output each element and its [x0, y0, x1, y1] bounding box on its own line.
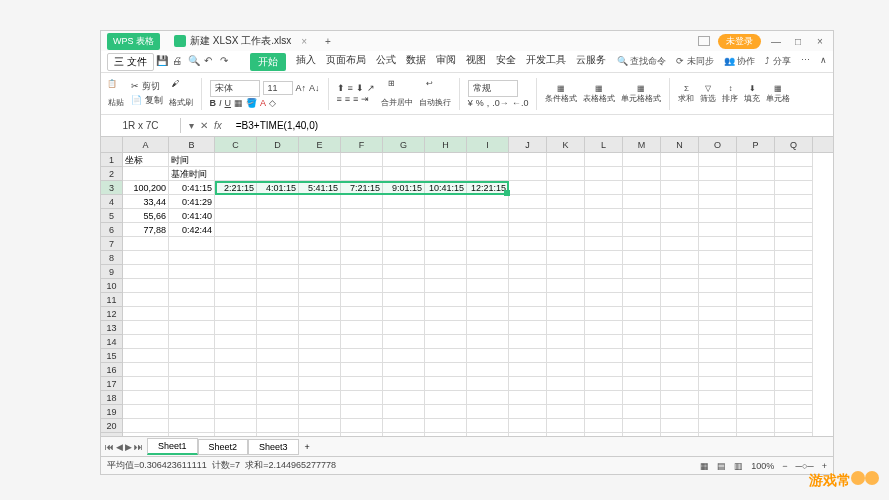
cell-E16[interactable] — [299, 363, 341, 377]
zoom-slider[interactable]: ─○─ — [796, 461, 814, 471]
file-menu[interactable]: 三 文件 — [107, 53, 154, 71]
cell-C2[interactable] — [215, 167, 257, 181]
cell-E13[interactable] — [299, 321, 341, 335]
cell-I3[interactable]: 12:21:15 — [467, 181, 509, 195]
cell-P10[interactable] — [737, 279, 775, 293]
cell-J17[interactable] — [509, 377, 547, 391]
cell-F11[interactable] — [341, 293, 383, 307]
cell-F9[interactable] — [341, 265, 383, 279]
cell-G6[interactable] — [383, 223, 425, 237]
zoom-in-button[interactable]: + — [822, 461, 827, 471]
cell-A8[interactable] — [123, 251, 169, 265]
document-tab[interactable]: 新建 XLSX 工作表.xlsx × — [166, 32, 315, 50]
cell-L19[interactable] — [585, 405, 623, 419]
cell-J15[interactable] — [509, 349, 547, 363]
cell-A6[interactable]: 77,88 — [123, 223, 169, 237]
cell-G7[interactable] — [383, 237, 425, 251]
cell-I12[interactable] — [467, 307, 509, 321]
cell-I14[interactable] — [467, 335, 509, 349]
orientation-icon[interactable]: ↗ — [367, 83, 375, 93]
cell-K11[interactable] — [547, 293, 585, 307]
align-right-icon[interactable]: ≡ — [353, 94, 358, 104]
cell-H21[interactable] — [425, 433, 467, 436]
cell-A5[interactable]: 55,66 — [123, 209, 169, 223]
border-button[interactable]: ▦ — [234, 98, 243, 108]
cell-C21[interactable] — [215, 433, 257, 436]
cell-D16[interactable] — [257, 363, 299, 377]
row-head-12[interactable]: 12 — [101, 307, 122, 321]
col-head-I[interactable]: I — [467, 137, 509, 152]
align-bot-icon[interactable]: ⬇ — [356, 83, 364, 93]
cell-O13[interactable] — [699, 321, 737, 335]
cell-B5[interactable]: 0:41:40 — [169, 209, 215, 223]
cell-P15[interactable] — [737, 349, 775, 363]
row-head-16[interactable]: 16 — [101, 363, 122, 377]
maximize-button[interactable]: □ — [791, 34, 805, 48]
cell-I13[interactable] — [467, 321, 509, 335]
cell-B12[interactable] — [169, 307, 215, 321]
tab-start[interactable]: 开始 — [250, 53, 286, 71]
sheet-tab-3[interactable]: Sheet3 — [248, 439, 299, 455]
cell-L3[interactable] — [585, 181, 623, 195]
cell-K20[interactable] — [547, 419, 585, 433]
cell-O17[interactable] — [699, 377, 737, 391]
cell-J14[interactable] — [509, 335, 547, 349]
dec-dec-icon[interactable]: ←.0 — [512, 98, 529, 108]
cell-L10[interactable] — [585, 279, 623, 293]
cell-M5[interactable] — [623, 209, 661, 223]
cells-area[interactable]: 坐标时间基准时间100,2000:41:152:21:154:01:155:41… — [123, 153, 833, 436]
cell-D11[interactable] — [257, 293, 299, 307]
cell-H20[interactable] — [425, 419, 467, 433]
cell-L1[interactable] — [585, 153, 623, 167]
cell-N17[interactable] — [661, 377, 699, 391]
col-head-B[interactable]: B — [169, 137, 215, 152]
cell-F10[interactable] — [341, 279, 383, 293]
cell-Q19[interactable] — [775, 405, 813, 419]
cell-L16[interactable] — [585, 363, 623, 377]
cell-I11[interactable] — [467, 293, 509, 307]
cell-C3[interactable]: 2:21:15 — [215, 181, 257, 195]
cell-N10[interactable] — [661, 279, 699, 293]
cell-O7[interactable] — [699, 237, 737, 251]
cell-I17[interactable] — [467, 377, 509, 391]
cell-B2[interactable]: 基准时间 — [169, 167, 215, 181]
cell-Q14[interactable] — [775, 335, 813, 349]
sheet-tab-1[interactable]: Sheet1 — [147, 438, 198, 455]
row-head-17[interactable]: 17 — [101, 377, 122, 391]
box-icon[interactable] — [698, 36, 710, 46]
cell-M16[interactable] — [623, 363, 661, 377]
cell-H14[interactable] — [425, 335, 467, 349]
format-painter-button[interactable]: 🖌 格式刷 — [169, 79, 193, 108]
cell-O14[interactable] — [699, 335, 737, 349]
view-break-icon[interactable]: ▥ — [734, 461, 743, 471]
row-head-11[interactable]: 11 — [101, 293, 122, 307]
paste-button[interactable]: 📋 粘贴 — [107, 79, 125, 108]
cell-B17[interactable] — [169, 377, 215, 391]
cell-E4[interactable] — [299, 195, 341, 209]
cell-A16[interactable] — [123, 363, 169, 377]
cell-F16[interactable] — [341, 363, 383, 377]
cell-Q9[interactable] — [775, 265, 813, 279]
row-head-20[interactable]: 20 — [101, 419, 122, 433]
cell-F13[interactable] — [341, 321, 383, 335]
row-head-6[interactable]: 6 — [101, 223, 122, 237]
cell-J2[interactable] — [509, 167, 547, 181]
cell-J13[interactable] — [509, 321, 547, 335]
tab-cloud[interactable]: 云服务 — [576, 53, 606, 71]
decrease-font-icon[interactable]: A↓ — [309, 83, 320, 93]
cell-G13[interactable] — [383, 321, 425, 335]
cell-J9[interactable] — [509, 265, 547, 279]
wrap-button[interactable]: ↩ 自动换行 — [419, 79, 451, 108]
cell-F15[interactable] — [341, 349, 383, 363]
cell-I4[interactable] — [467, 195, 509, 209]
cell-M17[interactable] — [623, 377, 661, 391]
cell-K17[interactable] — [547, 377, 585, 391]
cell-E3[interactable]: 5:41:15 — [299, 181, 341, 195]
cell-N14[interactable] — [661, 335, 699, 349]
cell-H17[interactable] — [425, 377, 467, 391]
cell-I5[interactable] — [467, 209, 509, 223]
merge-button[interactable]: ⊞ 合并居中 — [381, 79, 413, 108]
add-tab-button[interactable]: + — [325, 36, 331, 47]
cell-A1[interactable]: 坐标 — [123, 153, 169, 167]
cell-E11[interactable] — [299, 293, 341, 307]
